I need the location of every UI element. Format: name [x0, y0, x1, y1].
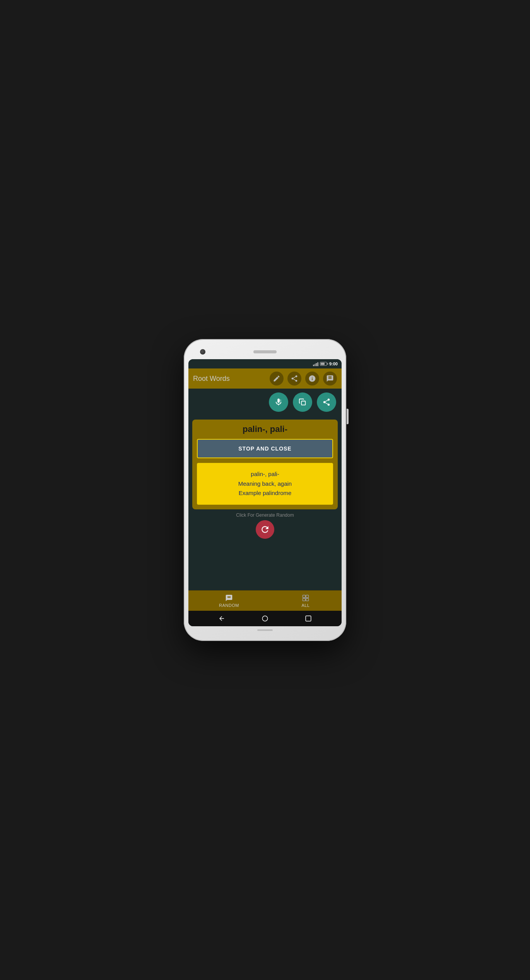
- edit-button[interactable]: [270, 372, 284, 385]
- svg-rect-5: [303, 595, 305, 598]
- edit-icon: [273, 375, 280, 382]
- copy-button[interactable]: [293, 392, 312, 412]
- signal-icon: [313, 362, 318, 366]
- info-button[interactable]: [305, 372, 319, 385]
- nav-bar: [188, 611, 342, 626]
- svg-rect-7: [303, 598, 305, 601]
- share-action-icon: [322, 398, 331, 406]
- info-line-3: Example palindrome: [239, 489, 292, 498]
- info-icon: [308, 375, 316, 382]
- share-button[interactable]: [287, 372, 301, 385]
- tab-random-label: RANDOM: [219, 603, 239, 608]
- tab-bar: RANDOM ALL: [188, 590, 342, 611]
- svg-rect-6: [306, 595, 309, 598]
- svg-point-2: [227, 598, 228, 599]
- share-action-button[interactable]: [317, 392, 336, 412]
- chat-button[interactable]: [323, 372, 337, 385]
- info-line-2: Meaning back, again: [238, 480, 292, 488]
- recent-button[interactable]: [304, 614, 313, 623]
- app-bar: Root Words: [188, 368, 342, 389]
- svg-rect-1: [301, 401, 305, 405]
- front-camera: [200, 349, 205, 355]
- phone-frame: 9:00 Root Words: [184, 339, 346, 641]
- refresh-icon: [260, 524, 270, 535]
- tab-all-icon-container: [300, 594, 311, 602]
- svg-point-4: [230, 598, 231, 599]
- voice-icon: [274, 398, 283, 406]
- share-icon: [291, 375, 298, 382]
- home-button[interactable]: [261, 614, 269, 623]
- svg-point-3: [229, 598, 230, 599]
- svg-point-9: [262, 616, 268, 621]
- tab-all[interactable]: ALL: [292, 593, 319, 608]
- svg-rect-8: [306, 598, 309, 601]
- action-row: [188, 389, 342, 416]
- tab-random-icon-container: [224, 594, 234, 602]
- chat-icon: [326, 375, 334, 382]
- word-card: palin-, pali- STOP AND CLOSE palin-, pal…: [192, 420, 338, 509]
- app-title: Root Words: [193, 375, 266, 383]
- tab-random[interactable]: RANDOM: [211, 593, 247, 608]
- status-icons: 9:00: [313, 362, 338, 366]
- word-title: palin-, pali-: [243, 424, 287, 434]
- stop-close-label: STOP AND CLOSE: [238, 445, 291, 452]
- phone-bottom: [188, 626, 342, 634]
- copy-icon: [298, 398, 307, 406]
- voice-button[interactable]: [269, 392, 288, 412]
- home-icon: [262, 615, 268, 622]
- status-bar: 9:00: [188, 359, 342, 368]
- tab-all-label: ALL: [301, 603, 309, 608]
- earpiece-speaker: [253, 350, 277, 353]
- home-indicator: [257, 629, 273, 631]
- back-icon: [218, 615, 225, 622]
- main-content: palin-, pali- STOP AND CLOSE palin-, pal…: [188, 416, 342, 590]
- svg-point-0: [279, 399, 282, 402]
- back-button[interactable]: [217, 614, 226, 623]
- svg-rect-10: [306, 616, 311, 621]
- volume-button: [347, 409, 349, 424]
- info-box: palin-, pali- Meaning back, again Exampl…: [197, 463, 333, 505]
- random-tab-icon: [224, 594, 234, 602]
- battery-icon: [320, 362, 327, 366]
- refresh-button[interactable]: [256, 520, 274, 539]
- info-line-1: palin-, pali-: [251, 470, 279, 479]
- status-time: 9:00: [329, 362, 338, 366]
- generate-label: Click For Generate Random: [236, 512, 294, 518]
- all-tab-icon: [301, 594, 310, 602]
- recent-icon: [305, 615, 312, 622]
- phone-screen: 9:00 Root Words: [188, 359, 342, 626]
- phone-top-bar: [188, 346, 342, 358]
- stop-close-button[interactable]: STOP AND CLOSE: [197, 439, 333, 458]
